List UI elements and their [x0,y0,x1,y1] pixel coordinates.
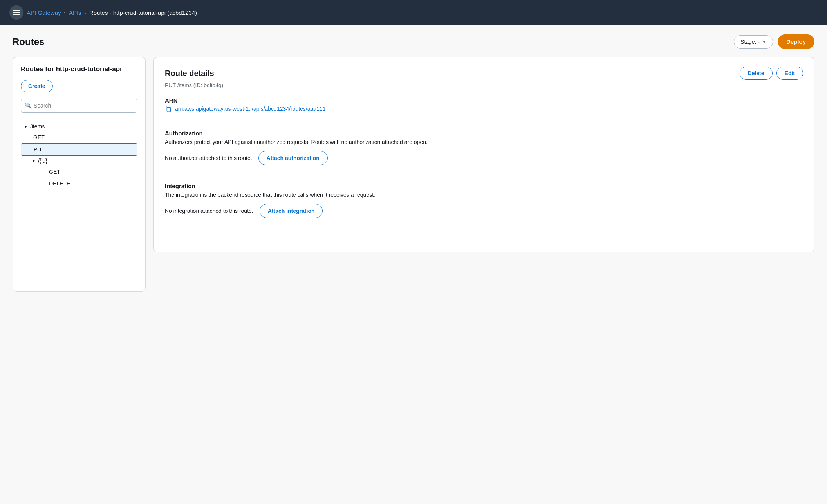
id-group-name: /{id} [38,158,47,164]
tree-method-get-items[interactable]: GET [21,131,137,143]
no-authorizer-row: No authorizer attached to this route. At… [165,151,803,165]
items-arrow-icon: ▼ [24,124,28,129]
delete-button[interactable]: Delete [740,67,773,80]
attach-authorization-button[interactable]: Attach authorization [258,151,328,165]
menu-button[interactable] [9,5,23,20]
authorization-label: Authorization [165,130,803,137]
integration-desc: The integration is the backend resource … [165,191,803,199]
tree-group-items: ▼ /items GET PUT ▼ /{id} GET DELETE [21,120,137,191]
arn-section: ARN arn:aws:apigateway:us-west-1::/apis/… [165,97,803,112]
breadcrumb-current: Routes - http-crud-tutorial-api (acbd123… [89,9,197,16]
panel-title: Routes for http-crud-tutorial-api [21,65,137,74]
edit-button[interactable]: Edit [776,67,803,80]
no-integration-text: No integration attached to this route. [165,208,253,214]
breadcrumb: API Gateway › APIs › Routes - http-crud-… [27,9,197,16]
left-panel: Routes for http-crud-tutorial-api Create… [13,57,146,292]
stage-selector[interactable]: Stage: - ▼ [734,35,773,49]
route-details-header: Route details Delete Edit [165,67,803,80]
integration-label: Integration [165,183,803,189]
divider-2 [165,175,803,175]
items-group-name: /items [30,123,45,130]
no-authorizer-text: No authorizer attached to this route. [165,155,252,161]
attach-integration-button[interactable]: Attach integration [260,204,323,218]
divider-1 [165,122,803,122]
tree-method-put-items[interactable]: PUT [21,143,137,156]
page-wrapper: Routes Stage: - ▼ Deploy Routes for http… [0,25,827,301]
search-icon: 🔍 [25,102,32,109]
no-integration-row: No integration attached to this route. A… [165,204,803,218]
copy-icon[interactable] [165,105,172,112]
tree-method-delete-id[interactable]: DELETE [29,178,137,189]
top-nav: API Gateway › APIs › Routes - http-crud-… [0,0,827,25]
authorization-desc: Authorizers protect your API against una… [165,138,803,146]
tree-group-items-label[interactable]: ▼ /items [21,121,137,131]
tree-group-id-label[interactable]: ▼ /{id} [29,156,137,166]
breadcrumb-sep-2: › [85,10,86,16]
right-panel: Route details Delete Edit PUT /items (ID… [153,57,814,252]
integration-section: Integration The integration is the backe… [165,183,803,218]
page-title: Routes [13,36,44,47]
route-subtitle: PUT /items (ID: bdlib4q) [165,82,803,88]
breadcrumb-sep-1: › [64,10,66,16]
main-content: Routes for http-crud-tutorial-api Create… [13,57,814,292]
create-button[interactable]: Create [21,80,53,92]
header-actions: Stage: - ▼ Deploy [734,34,814,49]
svg-rect-0 [167,107,170,112]
page-header: Routes Stage: - ▼ Deploy [13,34,814,49]
route-details-title: Route details [165,69,214,78]
search-wrapper: 🔍 [21,99,137,113]
stage-label: Stage: - [740,39,760,45]
deploy-button[interactable]: Deploy [778,34,814,49]
arn-label: ARN [165,97,803,104]
arn-value: arn:aws:apigateway:us-west-1::/apis/abcd… [175,106,325,112]
breadcrumb-api-gateway[interactable]: API Gateway [27,9,61,16]
arn-row: arn:aws:apigateway:us-west-1::/apis/abcd… [165,105,803,112]
route-details-actions: Delete Edit [740,67,803,80]
routes-tree: ▼ /items GET PUT ▼ /{id} GET DELETE [21,120,137,191]
authorization-section: Authorization Authorizers protect your A… [165,130,803,165]
stage-caret-icon: ▼ [762,40,766,44]
breadcrumb-apis[interactable]: APIs [69,9,81,16]
tree-method-get-id[interactable]: GET [29,166,137,178]
id-arrow-icon: ▼ [32,159,36,163]
tree-subgroup-id: ▼ /{id} GET DELETE [21,156,137,189]
search-input[interactable] [21,99,137,113]
